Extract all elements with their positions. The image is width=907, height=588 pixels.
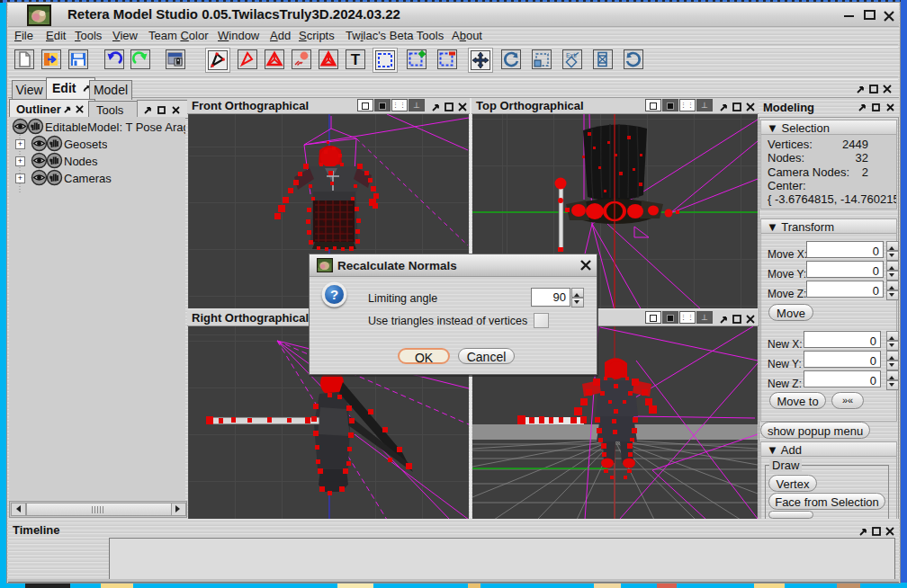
svg-text:Extr: Extr xyxy=(566,52,578,58)
